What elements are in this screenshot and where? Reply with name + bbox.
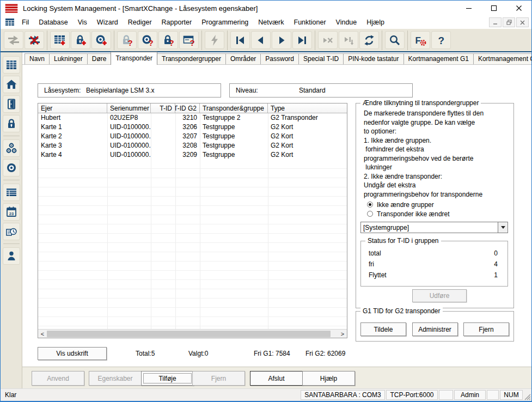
scroll-right-arrow[interactable]: > bbox=[338, 330, 347, 338]
column-header-serienummer[interactable]: Serienummer bbox=[107, 103, 151, 113]
home-icon bbox=[5, 78, 18, 91]
menu-item-funktioner[interactable]: Funktioner bbox=[289, 17, 331, 28]
tab-kortmanagement-g1[interactable]: Kortmanagement G1 bbox=[403, 53, 474, 64]
menu-item-vis[interactable]: Vis bbox=[73, 17, 92, 28]
column-header-transpondergruppe[interactable]: Transponder&gruppe bbox=[200, 103, 268, 113]
tab-transpondergrupper[interactable]: Transpondergrupper bbox=[157, 53, 226, 64]
menu-item-rediger[interactable]: Rediger bbox=[123, 17, 157, 28]
sidebar-lock-button[interactable] bbox=[3, 115, 20, 132]
mdi-close-button[interactable] bbox=[516, 17, 529, 27]
toolbar-separator bbox=[315, 31, 315, 50]
toolbar-filter-settings-button[interactable]: F bbox=[411, 31, 430, 49]
maximize-button[interactable] bbox=[481, 1, 506, 16]
time-budget-icon bbox=[5, 225, 18, 238]
toolbar-read-lock-pale-button[interactable]: ? bbox=[117, 31, 137, 49]
toolbar-refresh-button[interactable] bbox=[359, 31, 379, 49]
toolbar-new-locking-system-button[interactable] bbox=[50, 31, 70, 49]
toolbar-nav-next-button[interactable] bbox=[272, 31, 291, 49]
administer-button[interactable]: Administrer bbox=[412, 322, 458, 336]
sidebar-transponder-button[interactable] bbox=[3, 159, 20, 176]
tab-transponder[interactable]: Transponder bbox=[111, 52, 157, 65]
locking-system-value: Beispielanlage LSM 3.x bbox=[86, 87, 154, 94]
table-row[interactable]: Karte 2 UID-0100000... 3207 Testgruppe G… bbox=[38, 132, 347, 141]
toolbar-flash-button[interactable] bbox=[205, 31, 224, 49]
remove-tid-button[interactable]: Fjern bbox=[463, 322, 509, 336]
tab-kortmanagement-g2[interactable]: Kortmanagement G2 bbox=[473, 53, 532, 64]
add-button[interactable]: Tilføje bbox=[141, 371, 194, 386]
menu-item-netvaerk[interactable]: Netværk bbox=[253, 17, 289, 28]
mdi-restore-button[interactable] bbox=[503, 17, 515, 27]
menu-item-database[interactable]: Database bbox=[34, 17, 73, 28]
mdi-minimize-button[interactable] bbox=[489, 17, 502, 27]
sidebar-door-button[interactable] bbox=[3, 95, 20, 113]
exit-button[interactable]: Afslut bbox=[250, 371, 303, 386]
toolbar-new-transponder-button[interactable] bbox=[91, 31, 111, 49]
sidebar-person-button[interactable] bbox=[3, 247, 20, 265]
tab-pin-kode-tastatur[interactable]: PIN-kode tastatur bbox=[343, 53, 403, 64]
remove-button[interactable]: Fjern bbox=[192, 371, 245, 386]
toolbar-read-transponder-button[interactable]: ? bbox=[138, 31, 157, 49]
toolbar-help-button[interactable]: ? bbox=[431, 31, 451, 49]
toolbar-read-window-button[interactable]: ? bbox=[179, 31, 199, 49]
horizontal-scrollbar[interactable]: < > bbox=[38, 329, 347, 338]
close-button[interactable] bbox=[506, 1, 531, 16]
sidebar-separator bbox=[3, 180, 20, 180]
assign-button[interactable]: Tildele bbox=[360, 322, 406, 336]
tab-lukninger[interactable]: Lukninger bbox=[49, 53, 88, 64]
tab-omraader[interactable]: Områder bbox=[225, 53, 261, 64]
column-header-tid-g2[interactable]: T-ID G2 bbox=[175, 103, 200, 113]
sidebar-transponder-group-button[interactable] bbox=[3, 139, 20, 157]
menu-item-hjaelp[interactable]: Hjælp bbox=[362, 17, 389, 28]
resize-grip[interactable] bbox=[524, 393, 531, 400]
tab-special-tid[interactable]: Special T-ID bbox=[298, 53, 344, 64]
column-header-tid[interactable]: T-ID bbox=[151, 103, 175, 113]
properties-button[interactable]: Egenskaber bbox=[89, 371, 142, 386]
group-dropdown[interactable]: [Systemgruppe] bbox=[360, 222, 508, 233]
apply-button[interactable]: Anvend bbox=[32, 371, 84, 386]
sidebar-home-button[interactable] bbox=[3, 76, 20, 93]
menu-item-fil[interactable]: Fil bbox=[17, 17, 34, 28]
dropdown-button[interactable] bbox=[498, 222, 507, 233]
print-preview-button[interactable]: Vis udskrift bbox=[38, 347, 107, 360]
table-row[interactable]: Karte 4 UID-0100000... 3209 Testgruppe G… bbox=[38, 150, 347, 160]
radio-button-icon[interactable] bbox=[367, 202, 373, 208]
tab-navn[interactable]: Navn bbox=[25, 53, 50, 64]
toolbar-cancel-button[interactable] bbox=[318, 31, 338, 49]
column-header-ejer[interactable]: Ejer bbox=[38, 103, 107, 113]
toolbar-skip-button[interactable] bbox=[339, 31, 358, 49]
table-row[interactable]: Hubert 02U2EP8 3210 Testgruppe 2 G2 Tran… bbox=[38, 113, 347, 123]
menu-item-rapporter[interactable]: Rapporter bbox=[157, 17, 197, 28]
tab-doere[interactable]: Døre bbox=[87, 53, 112, 64]
execute-button[interactable]: Udføre bbox=[412, 289, 467, 302]
radio-option-keep-transponder[interactable]: Transponder ikke ændret bbox=[367, 209, 450, 218]
help-button[interactable]: Hjælp bbox=[302, 371, 355, 386]
toolbar-nav-first-button[interactable] bbox=[230, 31, 250, 49]
description-line: Undgår det ekstra bbox=[364, 181, 510, 190]
sidebar-calendar-button[interactable]: 23 bbox=[3, 203, 20, 221]
radio-option-keep-groups[interactable]: Ikke ændre grupper bbox=[367, 200, 450, 209]
scroll-left-arrow[interactable]: < bbox=[38, 330, 47, 338]
cell-ejer: Karte 1 bbox=[38, 123, 107, 132]
menu-item-wizard[interactable]: Wizard bbox=[92, 17, 123, 28]
toolbar-nav-prev-button[interactable] bbox=[251, 31, 271, 49]
sidebar-matrix-button[interactable] bbox=[3, 56, 20, 74]
column-header-type[interactable]: Type bbox=[268, 103, 347, 113]
sidebar-list-button[interactable] bbox=[3, 184, 20, 201]
toolbar-nav-last-button[interactable] bbox=[292, 31, 312, 49]
toolbar-search-button[interactable] bbox=[385, 31, 405, 49]
menu-item-programmering[interactable]: Programmering bbox=[197, 17, 253, 28]
tab-password[interactable]: Password bbox=[260, 53, 299, 64]
toolbar-new-lock-button[interactable] bbox=[71, 31, 90, 49]
toolbar-read-lock-button[interactable]: ? bbox=[158, 31, 178, 49]
table-row[interactable]: Karte 1 UID-0100000... 3206 Testgruppe G… bbox=[38, 123, 347, 132]
minimize-button[interactable] bbox=[456, 1, 481, 16]
sidebar-time-budget-button[interactable] bbox=[3, 223, 20, 240]
scrollbar-thumb[interactable] bbox=[47, 331, 331, 337]
description-line: forhindrer det ekstra bbox=[364, 145, 510, 154]
radio-button-icon[interactable] bbox=[367, 211, 373, 217]
toolbar-disconnect-button[interactable] bbox=[25, 31, 44, 49]
description-line: De markerede transpondere flyttes til de… bbox=[364, 109, 510, 118]
table-row[interactable]: Karte 3 UID-0100000... 3208 Testgruppe G… bbox=[38, 141, 347, 150]
toolbar-sync-button[interactable] bbox=[4, 31, 23, 49]
menu-item-vindue[interactable]: Vindue bbox=[331, 17, 362, 28]
